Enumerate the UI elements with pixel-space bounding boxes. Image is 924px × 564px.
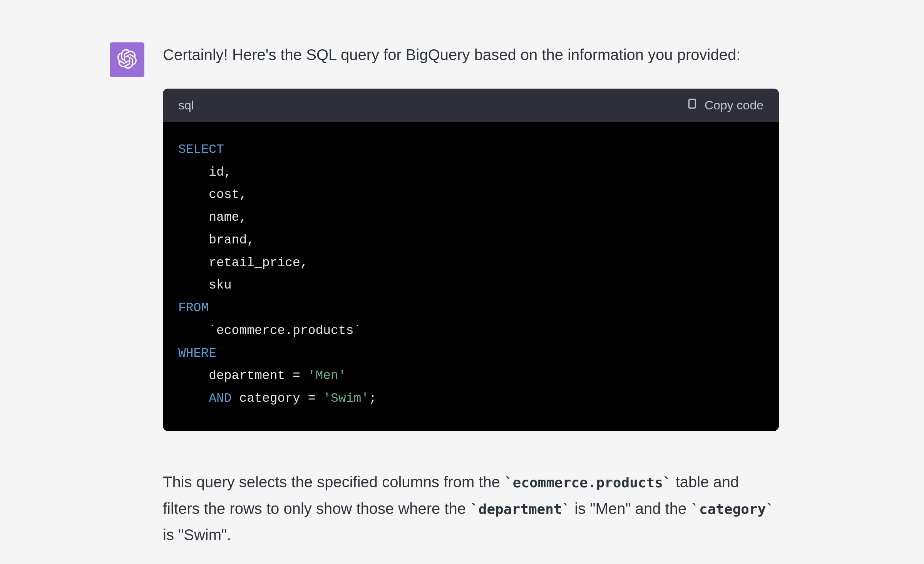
code-line: cost, [178, 184, 763, 206]
code-line: retail_price, [178, 252, 763, 275]
code-line: WHERE [178, 342, 763, 365]
code-line: name, [178, 206, 763, 229]
openai-logo-icon [117, 49, 137, 70]
code-line: department = 'Men' [178, 365, 763, 388]
copy-code-label: Copy code [705, 98, 763, 112]
code-language-label: sql [178, 98, 194, 112]
assistant-message: Certainly! Here's the SQL query for BigQ… [0, 42, 924, 548]
message-content: Certainly! Here's the SQL query for BigQ… [163, 42, 779, 548]
explanation-text: This query selects the specified columns… [163, 469, 779, 548]
assistant-avatar [110, 42, 144, 77]
clipboard-icon [685, 97, 698, 113]
code-line: `ecommerce.products` [178, 320, 763, 342]
intro-text: Certainly! Here's the SQL query for BigQ… [163, 43, 779, 66]
code-block-header: sql Copy code [163, 89, 779, 122]
copy-code-button[interactable]: Copy code [685, 97, 763, 113]
code-line: FROM [178, 297, 763, 320]
code-body: SELECT id, cost, name, brand, retail_pri… [163, 122, 779, 431]
svg-rect-0 [689, 99, 695, 108]
code-line: brand, [178, 229, 763, 252]
code-block: sql Copy code SELECT id, cost, name, bra… [163, 89, 779, 431]
code-line: AND category = 'Swim'; [178, 388, 763, 410]
code-line: SELECT [178, 139, 763, 161]
code-line: sku [178, 274, 763, 297]
code-line: id, [178, 161, 763, 184]
svg-rect-1 [689, 99, 695, 108]
